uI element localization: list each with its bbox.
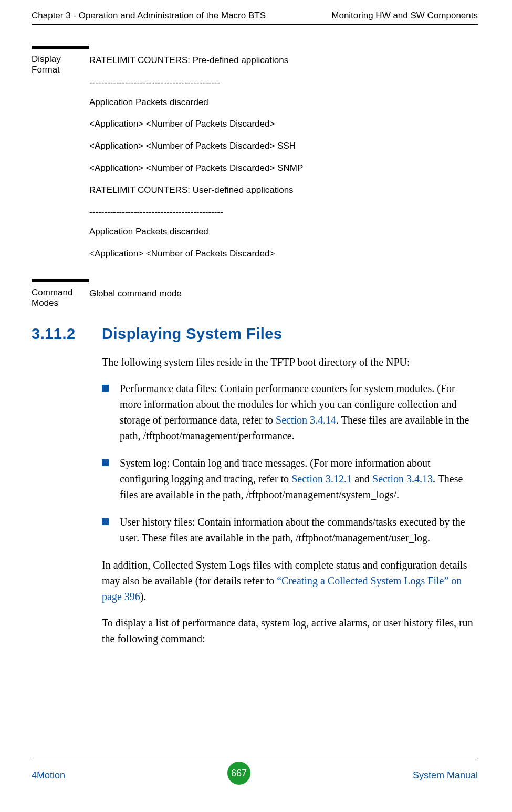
para-3: To display a list of performance data, s… [102, 615, 478, 646]
bullet-0-link[interactable]: Section 3.4.14 [276, 414, 336, 426]
df-line-6: RATELIMIT COUNTERS: User-defined applica… [89, 184, 478, 197]
df-line-5: <Application> <Number of Packets Discard… [89, 162, 478, 174]
bullet-1-mid: and [352, 473, 372, 485]
heading-title: Displaying System Files [102, 325, 283, 343]
command-modes-label: Command Modes [32, 279, 89, 310]
df-line-9: <Application> <Number of Packets Discard… [89, 248, 478, 260]
bullet-1-link2[interactable]: Section 3.4.13 [372, 473, 433, 485]
display-format-content: RATELIMIT COUNTERS: Pre-defined applicat… [89, 46, 478, 270]
df-line-0: RATELIMIT COUNTERS: Pre-defined applicat… [89, 54, 478, 67]
df-line-7: ----------------------------------------… [89, 206, 478, 219]
heading-number: 3.11.2 [32, 325, 102, 343]
header-left: Chapter 3 - Operation and Administration… [32, 11, 266, 21]
bullet-item-1: System log: Contain log and trace messag… [102, 455, 478, 502]
page: Chapter 3 - Operation and Administration… [0, 0, 512, 812]
page-footer: 4Motion 667 System Manual [32, 760, 478, 787]
intro-paragraph: The following system files reside in the… [102, 354, 478, 370]
df-line-1: ----------------------------------------… [89, 76, 478, 89]
section-heading: 3.11.2 Displaying System Files [32, 325, 478, 343]
command-modes-content: Global command mode [89, 279, 478, 310]
footer-left: 4Motion [32, 770, 65, 781]
command-modes-value: Global command mode [89, 287, 478, 300]
header-right: Monitoring HW and SW Components [331, 11, 478, 21]
bullet-1-link[interactable]: Section 3.12.1 [291, 473, 352, 485]
display-format-block: Display Format RATELIMIT COUNTERS: Pre-d… [32, 46, 478, 270]
page-header: Chapter 3 - Operation and Administration… [32, 11, 478, 25]
bullet-item-2: User history files: Contain information … [102, 514, 478, 546]
df-line-2: Application Packets discarded [89, 96, 478, 109]
footer-page-number: 667 [227, 762, 250, 785]
para-2: In addition, Collected System Logs files… [102, 557, 478, 604]
bullet-list: Performance data files: Contain performa… [102, 381, 478, 546]
bullet-item-0: Performance data files: Contain performa… [102, 381, 478, 444]
df-line-3: <Application> <Number of Packets Discard… [89, 118, 478, 130]
para-2-post: ). [140, 591, 147, 602]
footer-right: System Manual [413, 770, 478, 781]
command-modes-block: Command Modes Global command mode [32, 279, 478, 310]
df-line-8: Application Packets discarded [89, 225, 478, 238]
bullet-2-pre: User history files: Contain information … [120, 516, 465, 543]
body-text: The following system files reside in the… [102, 354, 478, 646]
df-line-4: <Application> <Number of Packets Discard… [89, 140, 478, 152]
display-format-label: Display Format [32, 46, 89, 270]
